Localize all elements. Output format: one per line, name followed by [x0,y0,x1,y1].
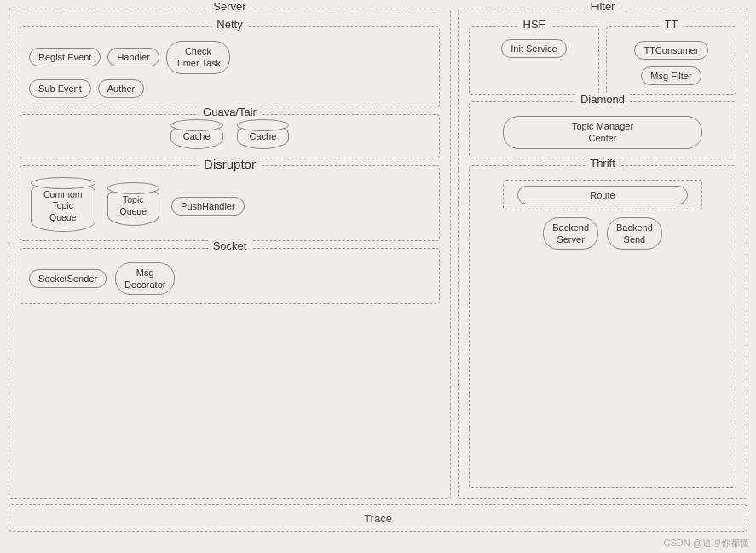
disruptor-label: Disruptor [199,157,261,171]
filter-label: Filter [586,0,620,13]
backend-send-component: BackendSend [607,217,662,251]
trace-label: Trace [364,512,392,525]
backend-server-component: BackendServer [543,217,598,251]
regist-event-component: Regist Event [29,48,101,66]
push-handler-component: PushHandler [171,197,245,216]
route-component: Route [517,186,688,204]
hsf-container: HSF Init Service [469,26,599,95]
diamond-container: Diamond Topic ManagerCenter [469,101,736,158]
check-timer-task-component: CheckTimer Task [166,41,230,74]
msg-decorator-component: MsgDecorator [115,262,175,296]
netty-container: Netty Regist Event Handler CheckTimer Ta… [20,26,440,107]
guava-container: Guava/Tair Cache Cache [20,114,440,158]
diamond-label: Diamond [575,93,630,106]
handler-component: Handler [107,48,159,66]
cache1-component: Cache [170,124,223,149]
msg-filter-component: Msg Filter [641,66,701,85]
netty-label: Netty [211,18,247,31]
thrift-container: Thrift Route BackendServer BackendSend [469,165,736,488]
server-container: Server Netty Regist Event Handler CheckT… [9,9,451,499]
tt-container: TT TTConsumer Msg Filter [606,26,736,95]
disruptor-container: Disruptor CommomTopicQueue TopicQueue Pu… [20,165,440,241]
server-label: Server [208,0,251,13]
guava-label: Guava/Tair [198,106,262,118]
trace-container: Trace [9,504,747,532]
init-service-component: Init Service [501,39,566,58]
socket-label: Socket [208,239,252,252]
watermark-text: CSDN @道理你都懂 [664,537,749,550]
tt-consumer-component: TTConsumer [634,41,707,60]
socket-container: Socket SocketSender MsgDecorator [20,248,440,305]
topic-queue-component: TopicQueue [107,187,160,225]
filter-container: Filter HSF Init Service TT TTConsumer Ms… [458,9,747,499]
auther-component: Auther [98,79,144,98]
topic-manager-center-component: Topic ManagerCenter [503,116,702,149]
route-inner-container: Route [503,180,702,210]
cache2-component: Cache [237,124,290,149]
tt-label: TT [660,18,684,31]
hsf-label: HSF [518,18,551,31]
thrift-label: Thrift [585,157,620,170]
commom-topic-queue-component: CommomTopicQueue [31,181,95,232]
sub-event-component: Sub Event [29,79,91,98]
socket-sender-component: SocketSender [29,269,107,288]
